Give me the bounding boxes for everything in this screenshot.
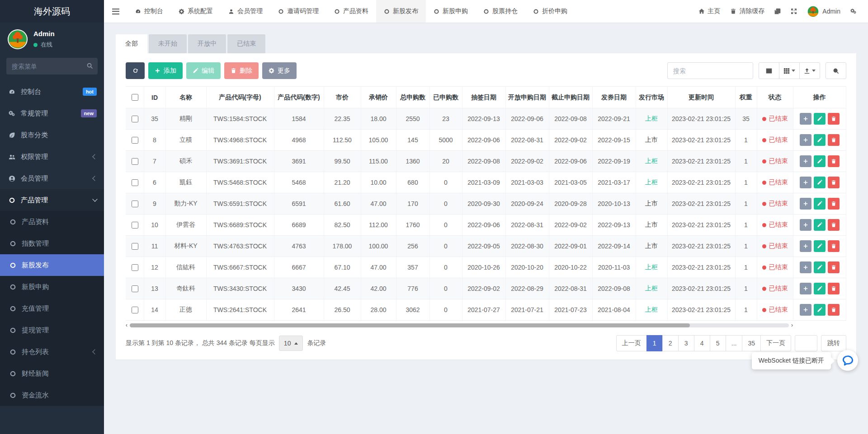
sidebar-subitem[interactable]: 充值管理	[0, 298, 104, 319]
sidebar-subitem[interactable]: 新股申购	[0, 276, 104, 298]
row-checkbox[interactable]	[132, 116, 138, 122]
refresh-button[interactable]	[126, 62, 145, 79]
expand-button[interactable]	[800, 177, 811, 188]
delete-row-button[interactable]	[828, 134, 840, 146]
scroll-left-icon[interactable]: ‹	[126, 322, 127, 328]
delete-row-button[interactable]	[828, 240, 840, 252]
expand-button[interactable]	[800, 304, 811, 316]
page-jump-input[interactable]	[795, 335, 817, 351]
expand-button[interactable]	[800, 283, 811, 294]
sidebar-subitem[interactable]: 资金流水	[0, 384, 104, 406]
sidebar-subitem[interactable]: 新股发布	[0, 254, 104, 276]
tab-3[interactable]: 已结束	[227, 34, 265, 53]
row-checkbox[interactable]	[132, 158, 138, 165]
expand-button[interactable]	[800, 113, 811, 125]
topnav-item[interactable]: 产品资料	[326, 0, 376, 23]
market-link[interactable]: 上柜	[645, 157, 658, 164]
fullscreen-icon[interactable]	[786, 0, 802, 23]
search-toggle-button[interactable]	[826, 62, 846, 79]
expand-button[interactable]	[800, 219, 811, 231]
table-search-input[interactable]	[667, 62, 753, 79]
row-checkbox[interactable]	[132, 243, 138, 250]
sidebar-item[interactable]: 常规管理new	[0, 103, 104, 124]
tab-all[interactable]: 全部	[116, 34, 147, 53]
topnav-item[interactable]: 折价申购	[525, 0, 575, 23]
sidebar-item[interactable]: 产品管理	[0, 189, 104, 211]
market-link[interactable]: 上柜	[645, 285, 658, 292]
select-all-checkbox[interactable]	[132, 94, 138, 101]
navbar-user[interactable]: Admin	[802, 5, 845, 18]
delete-button[interactable]: 删除	[224, 62, 259, 79]
page-jump-button[interactable]: 跳转	[821, 335, 846, 351]
edit-row-button[interactable]	[814, 198, 826, 210]
sidebar-item[interactable]: 权限管理	[0, 146, 104, 168]
topnav-item[interactable]: 新股申购	[426, 0, 476, 23]
pagination-page[interactable]: 2	[662, 335, 679, 351]
sidebar-item[interactable]: 会员管理	[0, 168, 104, 189]
chat-widget-button[interactable]	[837, 350, 858, 371]
edit-row-button[interactable]	[814, 304, 826, 316]
market-link[interactable]: 上柜	[645, 263, 658, 271]
topnav-item[interactable]: 控制台	[127, 0, 171, 23]
scrollbar-thumb[interactable]	[130, 323, 690, 327]
delete-row-button[interactable]	[828, 177, 840, 188]
market-link[interactable]: 上柜	[645, 178, 658, 186]
more-button[interactable]: 更多	[262, 62, 297, 79]
expand-button[interactable]	[800, 261, 811, 273]
page-size-dropdown[interactable]: 10	[279, 336, 303, 351]
topnav-item[interactable]: 系统配置	[171, 0, 221, 23]
columns-button[interactable]	[779, 62, 800, 79]
delete-row-button[interactable]	[828, 113, 840, 125]
topnav-item[interactable]: 邀请码管理	[270, 0, 326, 23]
row-checkbox[interactable]	[132, 285, 138, 292]
pagination-next[interactable]: 下一页	[760, 335, 791, 351]
clear-cache-link[interactable]: 清除缓存	[725, 0, 769, 23]
delete-row-button[interactable]	[828, 155, 840, 167]
sidebar-subitem[interactable]: 财经新闻	[0, 363, 104, 384]
row-checkbox[interactable]	[132, 201, 138, 207]
row-checkbox[interactable]	[132, 137, 138, 144]
copy-icon[interactable]	[769, 0, 786, 23]
expand-button[interactable]	[800, 155, 811, 167]
tab-2[interactable]: 开放中	[188, 34, 226, 53]
export-button[interactable]	[799, 62, 820, 79]
edit-row-button[interactable]	[814, 155, 826, 167]
pagination-page[interactable]: 3	[678, 335, 694, 351]
sidebar-subitem[interactable]: 指数管理	[0, 233, 104, 254]
row-checkbox[interactable]	[132, 307, 138, 313]
scroll-right-icon[interactable]: ›	[791, 322, 793, 328]
pagination-page[interactable]: 35	[742, 335, 761, 351]
market-link[interactable]: 上柜	[645, 115, 658, 122]
expand-button[interactable]	[800, 134, 811, 146]
sidebar-subitem[interactable]: 提现管理	[0, 319, 104, 341]
sidebar-item[interactable]: 控制台hot	[0, 81, 104, 103]
row-checkbox[interactable]	[132, 264, 138, 271]
edit-row-button[interactable]	[814, 113, 826, 125]
sidebar-search-input[interactable]	[6, 58, 98, 75]
delete-row-button[interactable]	[828, 219, 840, 231]
delete-row-button[interactable]	[828, 283, 840, 294]
edit-row-button[interactable]	[814, 240, 826, 252]
sidebar-subitem[interactable]: 持仓列表	[0, 341, 104, 363]
delete-row-button[interactable]	[828, 198, 840, 210]
expand-button[interactable]	[800, 198, 811, 210]
home-link[interactable]: 主页	[693, 0, 725, 23]
edit-row-button[interactable]	[814, 283, 826, 294]
edit-row-button[interactable]	[814, 134, 826, 146]
market-link[interactable]: 上柜	[645, 306, 658, 313]
settings-gears-icon[interactable]	[845, 0, 862, 23]
delete-row-button[interactable]	[828, 304, 840, 316]
tab-1[interactable]: 未开始	[149, 34, 187, 53]
row-checkbox[interactable]	[132, 179, 138, 186]
pagination-prev[interactable]: 上一页	[616, 335, 647, 351]
pagination-page[interactable]: 5	[710, 335, 726, 351]
pagination-page[interactable]: 1	[646, 335, 663, 351]
row-checkbox[interactable]	[132, 222, 138, 229]
scrollbar-track[interactable]	[130, 323, 789, 327]
topnav-item[interactable]: 会员管理	[221, 0, 270, 23]
edit-row-button[interactable]	[814, 261, 826, 273]
edit-row-button[interactable]	[814, 177, 826, 188]
expand-button[interactable]	[800, 240, 811, 252]
delete-row-button[interactable]	[828, 261, 840, 273]
detail-view-button[interactable]	[759, 62, 779, 79]
